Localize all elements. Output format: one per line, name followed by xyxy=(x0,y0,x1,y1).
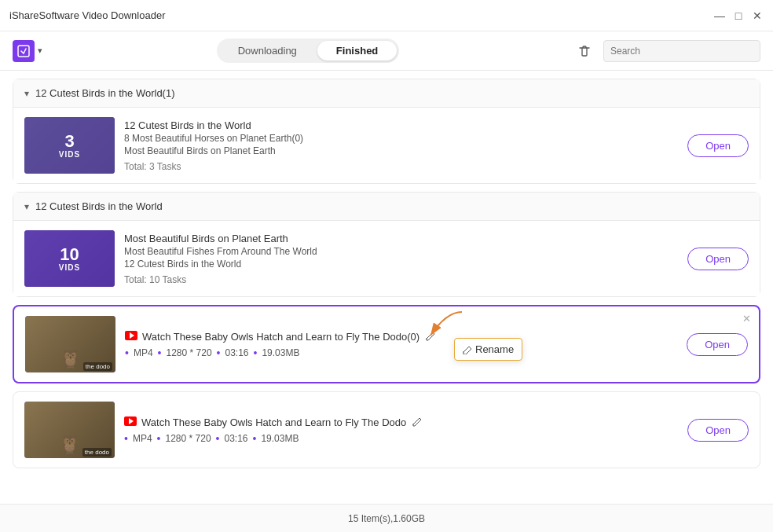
tab-group: Downloading Finished xyxy=(217,39,400,63)
item1-title-row: Watch These Baby Owls Hatch and Learn to… xyxy=(125,330,677,343)
item1-youtube-icon xyxy=(125,330,137,343)
item2-thumbnail: 🦉 the dodo xyxy=(24,402,115,458)
item2-meta: • MP4 • 1280 * 720 • 03:16 • 19.03MB xyxy=(124,433,678,444)
single-item-2: 🦉 the dodo Watch These Baby Owls Hatch a… xyxy=(13,391,760,468)
rename-popup-icon xyxy=(463,345,472,354)
item1-open-button[interactable]: Open xyxy=(687,333,748,356)
item2-meta-dot-3: • xyxy=(216,433,220,444)
item1-info: Watch These Baby Owls Hatch and Learn to… xyxy=(125,330,677,358)
group2-total: Total: 10 Tasks xyxy=(124,274,678,285)
top-bar-left: ▾ xyxy=(13,40,42,62)
item2-edit-icon[interactable] xyxy=(411,416,423,428)
group2-title: 12 Cutest Birds in the World xyxy=(35,200,163,212)
group2-video-item: 10 VIDS Most Beautiful Birds on Planet E… xyxy=(13,221,760,296)
title-bar: iShareSoftware Video Downloader — □ ✕ xyxy=(0,0,773,31)
item2-format: MP4 xyxy=(133,433,152,444)
item1-resolution: 1280 * 720 xyxy=(167,347,212,358)
group1-item1: 12 Cutest Birds in the World xyxy=(124,119,678,131)
app-menu-chevron[interactable]: ▾ xyxy=(38,46,42,56)
meta-dot-2: • xyxy=(158,347,162,358)
tab-downloading[interactable]: Downloading xyxy=(219,41,316,61)
item2-meta-dot-2: • xyxy=(157,433,161,444)
meta-dot-4: • xyxy=(254,347,258,358)
group2-item1: Most Beautiful Birds on Planet Earth xyxy=(124,233,678,244)
meta-dot-1: • xyxy=(125,347,129,358)
title-bar-left: iShareSoftware Video Downloader xyxy=(9,9,166,21)
group-section-1: ▾ 12 Cutest Birds in the World(1) 3 VIDS… xyxy=(13,79,760,184)
group1-vids-label: VIDS xyxy=(59,150,80,159)
group1-item3: Most Beautiful Birds on Planet Earth xyxy=(124,145,678,156)
item1-duration: 03:16 xyxy=(225,347,248,358)
group-header-2[interactable]: ▾ 12 Cutest Birds in the World xyxy=(13,193,760,221)
group1-thumbnail-overlay: 3 VIDS xyxy=(24,117,115,174)
top-bar: ▾ Downloading Finished xyxy=(0,31,773,71)
item2-resolution: 1280 * 720 xyxy=(166,433,211,444)
trash-button[interactable] xyxy=(573,40,595,62)
item1-meta: • MP4 • 1280 * 720 • 03:16 • 19.03MB xyxy=(125,347,677,358)
item2-meta-dot-1: • xyxy=(124,433,128,444)
group2-info: Most Beautiful Birds on Planet Earth Mos… xyxy=(124,233,678,285)
item1-title: Watch These Baby Owls Hatch and Learn to… xyxy=(142,331,419,343)
group1-title: 12 Cutest Birds in the World(1) xyxy=(35,87,175,99)
app-icon xyxy=(13,40,35,62)
group1-thumbnail: 3 VIDS xyxy=(24,117,115,174)
group2-item2: Most Beautiful Fishes From Around The Wo… xyxy=(124,246,678,257)
item1-thumbnail: 🦉 the dodo xyxy=(25,316,115,372)
item1-format: MP4 xyxy=(134,347,153,358)
item2-youtube-icon xyxy=(124,416,137,428)
group2-vids-label: VIDS xyxy=(59,263,80,272)
group2-open-button[interactable]: Open xyxy=(687,248,749,270)
status-bar: 15 Item(s),1.60GB xyxy=(0,504,773,532)
group2-item3: 12 Cutest Birds in the World xyxy=(124,259,678,270)
item2-title-row: Watch These Baby Owls Hatch and Learn to… xyxy=(124,416,678,428)
search-input[interactable] xyxy=(603,40,760,62)
item2-meta-dot-4: • xyxy=(253,433,257,444)
item1-size: 19.03MB xyxy=(262,347,299,358)
group-header-1[interactable]: ▾ 12 Cutest Birds in the World(1) xyxy=(13,79,760,108)
group1-chevron: ▾ xyxy=(24,88,29,99)
title-bar-controls: — □ ✕ xyxy=(713,9,764,22)
tab-finished[interactable]: Finished xyxy=(317,41,397,61)
group2-vids-count: 10 xyxy=(60,246,79,263)
minimize-button[interactable]: — xyxy=(713,9,726,22)
group1-info: 12 Cutest Birds in the World 8 Most Beau… xyxy=(124,119,678,172)
content-area: ▾ 12 Cutest Birds in the World(1) 3 VIDS… xyxy=(0,71,773,504)
group2-thumbnail-overlay: 10 VIDS xyxy=(24,230,115,287)
item2-duration: 03:16 xyxy=(224,433,247,444)
single-item-1: 🦉 the dodo Watch These Baby Owls Hatch a… xyxy=(13,305,760,383)
group-section-2: ▾ 12 Cutest Birds in the World 10 VIDS M… xyxy=(13,192,760,297)
status-text: 15 Item(s),1.60GB xyxy=(348,513,425,524)
group1-total: Total: 3 Tasks xyxy=(124,161,678,172)
group1-item2: 8 Most Beautiful Horses on Planet Earth(… xyxy=(124,133,678,144)
svg-rect-0 xyxy=(18,46,29,57)
item2-open-button[interactable]: Open xyxy=(687,419,749,442)
group1-video-item: 3 VIDS 12 Cutest Birds in the World 8 Mo… xyxy=(13,108,760,183)
rename-popup[interactable]: Rename xyxy=(454,338,522,361)
app-title: iShareSoftware Video Downloader xyxy=(9,9,166,21)
group1-open-button[interactable]: Open xyxy=(687,134,749,157)
item2-info: Watch These Baby Owls Hatch and Learn to… xyxy=(124,416,678,444)
group1-vids-count: 3 xyxy=(64,133,74,150)
group2-thumbnail: 10 VIDS xyxy=(24,230,115,287)
top-bar-right xyxy=(573,40,760,62)
close-button[interactable]: ✕ xyxy=(751,9,764,22)
item2-size: 19.03MB xyxy=(261,433,299,444)
rename-popup-label: Rename xyxy=(475,343,514,355)
item1-edit-icon[interactable] xyxy=(424,330,437,343)
group2-chevron: ▾ xyxy=(24,201,29,212)
item2-title: Watch These Baby Owls Hatch and Learn to… xyxy=(141,416,406,428)
item1-close-button[interactable]: ✕ xyxy=(742,313,751,325)
meta-dot-3: • xyxy=(217,347,221,358)
maximize-button[interactable]: □ xyxy=(732,9,745,22)
